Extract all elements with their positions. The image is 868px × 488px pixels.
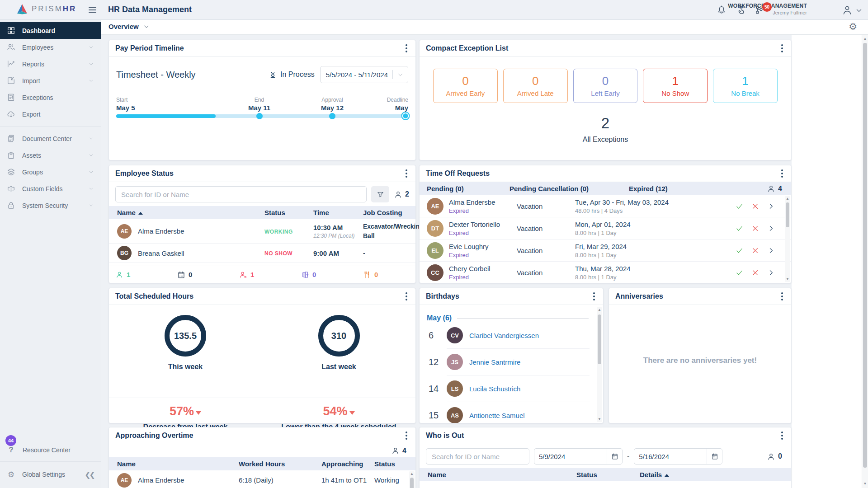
sidebar-item-custom-fields[interactable]: Custom Fields bbox=[0, 180, 101, 197]
tab-expired[interactable]: Expired (12) bbox=[629, 185, 767, 192]
sidebar-item-employees[interactable]: Employees bbox=[0, 39, 101, 56]
date-from-input[interactable] bbox=[534, 453, 607, 460]
employee-name[interactable]: Jennie Santrmire bbox=[469, 358, 520, 366]
scrollbar[interactable]: ▲ ▼ bbox=[785, 196, 790, 282]
scroll-down-icon[interactable]: ▼ bbox=[785, 277, 790, 282]
list-item[interactable]: CC Chery CorbeilExpired Vacation Thu, Ma… bbox=[420, 262, 791, 283]
exception-stat-no-show[interactable]: 1No Show bbox=[643, 69, 708, 103]
collapse-sidebar-icon[interactable]: ❮❮ bbox=[85, 470, 94, 479]
card-menu-kebab-icon[interactable] bbox=[404, 42, 409, 54]
table-row[interactable]: BG Breana Gaskell NO SHOW 9:00 AM - bbox=[109, 244, 415, 263]
deny-x-icon[interactable] bbox=[751, 225, 759, 232]
dashboard-settings-gear-icon[interactable]: ⚙ bbox=[849, 22, 857, 31]
table-row[interactable]: AE Alma Endersbe 6:18 (Daily) 1h 41m to … bbox=[109, 470, 415, 488]
user-menu-chevron-icon[interactable] bbox=[855, 7, 863, 14]
employee-search-input[interactable] bbox=[115, 186, 367, 202]
calendar-icon[interactable] bbox=[707, 449, 722, 464]
pay-period-range-select[interactable]: 5/5/2024 - 5/11/2024 bbox=[320, 66, 408, 83]
column-header-time[interactable]: Time bbox=[313, 209, 363, 216]
card-menu-kebab-icon[interactable] bbox=[779, 430, 785, 441]
sidebar-item-assets[interactable]: Assets bbox=[0, 147, 101, 164]
card-menu-kebab-icon[interactable] bbox=[779, 42, 785, 54]
approve-check-icon[interactable] bbox=[736, 202, 743, 210]
approve-check-icon[interactable] bbox=[736, 225, 743, 232]
sidebar-item-import[interactable]: Import bbox=[0, 72, 101, 89]
column-header-approaching[interactable]: Approaching bbox=[321, 460, 374, 468]
column-header-name[interactable]: Name bbox=[117, 209, 264, 216]
card-menu-kebab-icon[interactable] bbox=[779, 291, 785, 302]
timeline-dot-approval[interactable] bbox=[329, 113, 335, 119]
card-menu-kebab-icon[interactable] bbox=[404, 168, 409, 179]
notifications-bell-icon[interactable] bbox=[717, 5, 726, 15]
timeline-dot-deadline[interactable] bbox=[402, 113, 409, 119]
column-header-name[interactable]: Name bbox=[117, 460, 239, 468]
column-header-details[interactable]: Details bbox=[640, 471, 791, 479]
timeline-dot-end[interactable] bbox=[256, 113, 263, 119]
sidebar-item-export[interactable]: Export bbox=[0, 106, 101, 122]
approve-check-icon[interactable] bbox=[736, 269, 743, 277]
chevron-right-icon[interactable] bbox=[767, 202, 775, 210]
scrollbar[interactable]: ▲ ▼ bbox=[597, 307, 602, 422]
card-menu-kebab-icon[interactable] bbox=[779, 168, 785, 179]
employee-name[interactable]: Claribel Vandergiessen bbox=[469, 332, 539, 339]
calendar-icon[interactable] bbox=[607, 449, 622, 464]
sidebar-item-groups[interactable]: Groups bbox=[0, 164, 101, 180]
exception-stat-left-early[interactable]: 0Left Early bbox=[573, 69, 638, 103]
sidebar-item-dashboard[interactable]: Dashboard bbox=[0, 22, 101, 39]
employee-name[interactable]: Lucila Schustrich bbox=[469, 385, 520, 393]
deny-x-icon[interactable] bbox=[751, 269, 759, 277]
approve-check-icon[interactable] bbox=[736, 247, 743, 254]
deny-x-icon[interactable] bbox=[751, 202, 759, 210]
column-header-status[interactable]: Status bbox=[576, 471, 640, 479]
column-header-name[interactable]: Name bbox=[428, 471, 576, 479]
user-avatar-icon[interactable] bbox=[842, 5, 853, 15]
tab-pending[interactable]: Pending (0) bbox=[420, 185, 509, 192]
menu-toggle-icon[interactable] bbox=[89, 6, 96, 14]
column-header-status[interactable]: Status bbox=[374, 460, 415, 468]
column-header-job-costing[interactable]: Job Costing bbox=[363, 209, 415, 216]
chevron-right-icon[interactable] bbox=[767, 269, 775, 277]
sidebar-item-reports[interactable]: Reports bbox=[0, 56, 101, 72]
card-menu-kebab-icon[interactable] bbox=[591, 291, 597, 302]
card-menu-kebab-icon[interactable] bbox=[404, 430, 409, 441]
chevron-right-icon[interactable] bbox=[767, 247, 775, 254]
date-to-input[interactable] bbox=[634, 453, 707, 460]
table-row[interactable]: AE Alma Endersbe WORKING 10:30 AM 12:30 … bbox=[109, 219, 415, 244]
prismhr-logo[interactable]: PRISM HR bbox=[16, 4, 76, 14]
scroll-down-icon[interactable]: ▼ bbox=[862, 481, 868, 487]
employee-name[interactable]: Antionette Samuel bbox=[469, 412, 525, 419]
scroll-up-icon[interactable]: ▲ bbox=[785, 196, 790, 202]
sidebar-item-global-settings[interactable]: ⚙ Global Settings ❮❮ bbox=[0, 465, 101, 483]
list-item[interactable]: AE Alma EndersbeExpired Vacation Tue, Ap… bbox=[420, 195, 791, 217]
chevron-right-icon[interactable] bbox=[767, 225, 775, 232]
sidebar-item-document-center[interactable]: Document Center bbox=[0, 130, 101, 147]
view-selector[interactable]: Overview bbox=[108, 23, 150, 30]
column-header-status[interactable]: Status bbox=[264, 209, 313, 216]
scrollbar[interactable]: ▲ bbox=[409, 471, 415, 488]
column-header-worked-hours[interactable]: Worked Hours bbox=[239, 460, 321, 468]
list-item[interactable]: DT Dexter TortorielloExpired Vacation Mo… bbox=[420, 217, 791, 239]
page-scrollbar[interactable]: ▲ ▼ bbox=[862, 35, 868, 488]
tab-pending-cancellation[interactable]: Pending Cancellation (0) bbox=[509, 185, 629, 192]
sidebar-item-system-security[interactable]: System Security bbox=[0, 197, 101, 214]
filter-button[interactable] bbox=[371, 186, 389, 202]
sidebar-item-resource-center[interactable]: ? Resource Center bbox=[0, 442, 101, 458]
scroll-down-icon[interactable]: ▼ bbox=[597, 417, 602, 422]
exception-stat-arrived-early[interactable]: 0Arrived Early bbox=[433, 69, 498, 103]
list-item[interactable]: 12 JS Jennie Santrmire bbox=[420, 349, 603, 375]
date-to-field[interactable] bbox=[634, 448, 722, 465]
date-from-field[interactable] bbox=[534, 448, 623, 465]
sidebar-item-exceptions[interactable]: Exceptions bbox=[0, 89, 101, 106]
list-item[interactable]: 15 AS Antionette Samuel bbox=[420, 402, 603, 423]
scroll-up-icon[interactable]: ▲ bbox=[597, 307, 602, 313]
list-item[interactable]: EL Evie LoughryExpired Vacation Fri, Mar… bbox=[420, 239, 791, 262]
scroll-up-icon[interactable]: ▲ bbox=[862, 36, 868, 42]
deny-x-icon[interactable] bbox=[751, 247, 759, 254]
card-menu-kebab-icon[interactable] bbox=[404, 291, 409, 302]
who-is-out-search-input[interactable] bbox=[426, 448, 529, 465]
scroll-up-icon[interactable]: ▲ bbox=[409, 471, 415, 477]
exception-stat-no-break[interactable]: 1No Break bbox=[713, 69, 778, 103]
list-item[interactable]: 6 CV Claribel Vandergiessen bbox=[420, 322, 603, 348]
exception-stat-arrived-late[interactable]: 0Arrived Late bbox=[503, 69, 568, 103]
list-item[interactable]: 14 LS Lucila Schustrich bbox=[420, 375, 603, 402]
